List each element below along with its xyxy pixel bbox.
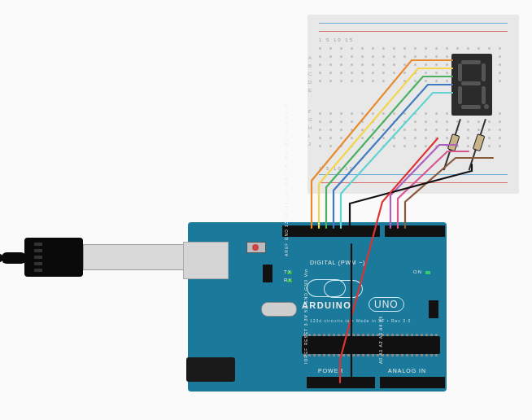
wiring-diagram: 1 5 10 15 1 5 10 15 ABCDE FGHIJ xyxy=(0,0,532,420)
digital-section-label: DIGITAL (PWM ~) xyxy=(310,260,365,265)
atmega-chip xyxy=(302,336,440,354)
power-header[interactable] xyxy=(307,377,375,388)
arduino-name: ARDUINO xyxy=(302,300,351,310)
usb-plug-body xyxy=(24,238,83,277)
breadboard-row-labels: ABCDE FGHIJ xyxy=(308,54,312,148)
breadboard-col-labels-bot: 1 5 10 15 xyxy=(319,166,508,171)
analog-section-label: ANALOG IN xyxy=(388,368,426,374)
seven-segment-display[interactable] xyxy=(451,54,492,116)
silkscreen-note: 123d.circuits.io • Made in SF • Rev 3.0 xyxy=(310,318,411,323)
arduino-model: UNO xyxy=(368,297,404,312)
segment-d xyxy=(461,105,481,109)
led-tx-label: TX xyxy=(284,269,292,274)
segment-c xyxy=(482,86,486,104)
arduino-uno-board[interactable]: TX RX ON DIGITAL (PWM ~) POWER ANALOG IN… xyxy=(188,222,447,392)
reset-button[interactable] xyxy=(246,242,266,253)
led-rx-label: RX xyxy=(284,278,292,282)
crystal-oscillator xyxy=(261,302,297,317)
breadboard-power-rail-top xyxy=(312,20,514,37)
led-on xyxy=(425,271,430,274)
icsp2-header[interactable] xyxy=(263,265,273,282)
usb-cable xyxy=(2,252,26,264)
digital-header-left[interactable] xyxy=(282,225,380,237)
breadboard-power-rail-bottom xyxy=(312,171,514,189)
barrel-jack[interactable] xyxy=(186,357,235,382)
digital-pins-text: AREF GND 13 12 ~11 ~10 ~9 8 7 ~6 ~5 4 ~3… xyxy=(284,103,289,256)
analog-pins-text: A0 A1 A2 A3 A4 A5 xyxy=(378,316,383,364)
digital-header-right[interactable] xyxy=(385,225,445,237)
arduino-logo-icon xyxy=(307,279,346,297)
power-pins-text: IOREF RESET 3.3V 5V GND GND Vin xyxy=(303,269,308,364)
segment-e xyxy=(458,86,462,104)
power-section-label: POWER xyxy=(318,368,343,374)
segment-g xyxy=(461,81,481,85)
analog-header[interactable] xyxy=(380,377,445,388)
usb-plug-metal xyxy=(83,244,187,270)
icsp-header[interactable] xyxy=(429,300,438,318)
usb-cable-plug[interactable] xyxy=(24,233,195,282)
segment-dp xyxy=(484,104,489,109)
usb-plug-grip xyxy=(34,243,42,272)
usb-b-port[interactable] xyxy=(183,242,229,279)
segment-b xyxy=(482,63,486,81)
led-on-label: ON xyxy=(413,269,422,274)
segment-f xyxy=(458,63,462,81)
segment-a xyxy=(461,60,481,64)
